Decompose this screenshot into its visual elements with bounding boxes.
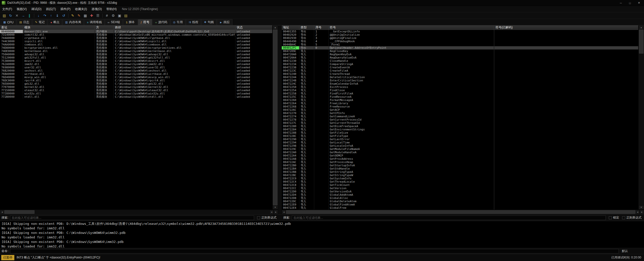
scroll-left-arrow[interactable]: ◄ xyxy=(0,210,4,214)
command-input[interactable] xyxy=(10,249,619,253)
column-header-address[interactable]: 地址 xyxy=(282,25,299,30)
comments-icon[interactable]: ☰ xyxy=(95,13,101,18)
tab-script[interactable]: § 脚本 xyxy=(123,19,137,25)
module-row[interactable]: 76BA0000 ucrtbase.dll 系统模块 C:\Windows\Sy… xyxy=(0,72,272,76)
symbol-row[interactable]: 004012FC 导出 0 OptionalHeader.AddressOfEn… xyxy=(282,46,638,49)
module-row[interactable]: 744A0000 cryptbase.dll 系统模块 C:\Windows\S… xyxy=(0,36,272,40)
module-row[interactable]: 00400000 daxxor(32).exe 用户模块 C:\Users\pp… xyxy=(0,30,272,33)
module-row[interactable]: 76B20000 sechost.dll 系统模块 C:\Windows\Sys… xyxy=(0,69,272,72)
toolbar-separator[interactable] xyxy=(68,14,68,18)
symbol-row[interactable]: 00472230 导入 CloseHandle xyxy=(282,59,638,63)
symbol-row[interactable]: 00472274 导入 GetCommandLineA xyxy=(282,115,638,118)
symbol-row[interactable]: 004722D8 导入 GlobalAlloc xyxy=(282,196,638,200)
module-row[interactable]: 75380000 msvcrt.dll 系统模块 C:\Windows\SysW… xyxy=(0,59,272,63)
symbol-row[interactable]: 00401355 导出 1 __GetExceptDLLinfo xyxy=(282,30,638,33)
symbol-row[interactable]: 004722E0 导入 GlobalFindAtomA xyxy=(282,203,638,206)
column-header-status[interactable]: 状态 xyxy=(235,25,272,30)
symbol-row[interactable]: 004722C0 导入 GetSystemInfo xyxy=(282,177,638,180)
symbols-regex-checkbox[interactable]: 正则表达式 xyxy=(622,216,641,220)
menu-debug[interactable]: 调试(D) xyxy=(29,6,44,12)
column-header-type[interactable]: 类型 xyxy=(299,25,314,30)
step-out-icon[interactable]: ↑ xyxy=(48,13,54,18)
symbol-row[interactable]: 00472238 导入 CreateEventA xyxy=(282,66,638,69)
symbol-row[interactable]: 004722BC 导入 GetStringTypeW xyxy=(282,174,638,177)
symbol-row[interactable]: 00472260 导入 FormatMessageA xyxy=(282,98,638,102)
symbol-row[interactable]: 004722CC 导入 GetVersion xyxy=(282,187,638,190)
column-header-party[interactable]: 方 xyxy=(95,25,114,30)
module-row[interactable]: 77150000 oleaut32.dll 系统模块 C:\Windows\Sy… xyxy=(0,89,272,92)
open-file-icon[interactable]: ▨ xyxy=(1,13,7,18)
run-to-user-code-icon[interactable]: ⇓ xyxy=(54,13,60,18)
module-row[interactable]: 750A0000 advapi32.dll 系统模块 C:\Windows\Sy… xyxy=(0,53,272,56)
restart-icon[interactable]: ↻ xyxy=(8,13,14,18)
scroll-up-arrow[interactable]: ▲ xyxy=(638,25,644,30)
tab-threads[interactable]: ⇉ 线程 xyxy=(186,19,201,25)
menu-view[interactable]: 视图(V) xyxy=(14,6,29,12)
symbol-row[interactable]: 00446490 导出 4 ___CPPdebugHook xyxy=(282,40,638,43)
module-row[interactable]: 74D80000 bcryptprimitives.dll 系统模块 C:\Wi… xyxy=(0,46,272,49)
maximize-button[interactable]: □ xyxy=(625,0,634,6)
module-row[interactable]: 772B0000 ntdll.dll 系统模块 C:\Windows\SysWO… xyxy=(0,95,272,98)
scroll-down-arrow[interactable]: ▼ xyxy=(272,205,278,210)
memory-map-icon[interactable]: ▦ xyxy=(82,13,88,18)
menu-options[interactable]: 选项(O) xyxy=(89,6,104,12)
scroll-right-arrow[interactable]: ► xyxy=(274,210,278,214)
module-row[interactable]: 76DC0000 rpcrt4.dll 系统模块 C:\Windows\SysW… xyxy=(0,79,272,82)
tab-log[interactable]: ▤ 日志 xyxy=(17,19,32,25)
tab-notes[interactable]: ✎ 笔记 xyxy=(32,19,47,25)
symbol-row[interactable]: 0047229C 导入 GetModuleFileNameA xyxy=(282,147,638,151)
log-book-icon[interactable]: ▤ xyxy=(123,13,129,18)
symbol-row[interactable]: 00472240 导入 CreateThread xyxy=(282,72,638,76)
run-icon[interactable]: → xyxy=(20,13,26,18)
settings-icon[interactable]: ⚙ xyxy=(110,13,116,18)
module-row[interactable]: 74DE0000 kernelbase.dll 系统模块 C:\Windows\… xyxy=(0,49,272,53)
tab-source[interactable]: ‹› 源代码 xyxy=(152,19,170,25)
close-icon[interactable]: ✕ xyxy=(14,13,20,18)
module-row[interactable]: 744C0000 sspicli.dll 系统模块 C:\Windows\Sys… xyxy=(0,40,272,43)
modules-regex-checkbox[interactable]: 正则表达式 xyxy=(257,216,276,220)
tab-seh[interactable]: ∞ SEH链 xyxy=(105,19,123,25)
symbol-row[interactable]: 0047228C 导入 GetFileType xyxy=(282,134,638,138)
step-over-icon[interactable]: ↷ xyxy=(42,13,48,18)
symbol-row[interactable]: 004722DC 导入 GlobalDeleteAtom xyxy=(282,200,638,203)
close-button[interactable]: ✕ xyxy=(634,0,643,6)
symbol-row[interactable]: 00472290 导入 GetLastError xyxy=(282,138,638,141)
tab-handles[interactable]: ❖ 句柄 xyxy=(201,19,217,25)
tab-memory-map[interactable]: ▥ 内存布局 xyxy=(62,19,84,25)
menu-favourites[interactable]: 收藏夹(I) xyxy=(73,6,89,12)
tab-cpu[interactable]: ▦ CPU xyxy=(1,19,16,25)
step-back-icon[interactable]: ↺ xyxy=(61,13,67,18)
modules-search-input[interactable] xyxy=(10,216,254,220)
scrollbar-thumb[interactable] xyxy=(286,210,635,214)
symbol-row[interactable]: 0047226C 导入 GetACP xyxy=(282,108,638,112)
module-row[interactable]: 76980000 user32.dll 系统模块 C:\Windows\SysW… xyxy=(0,66,272,69)
tab-symbols[interactable]: ƒ 符号 xyxy=(138,19,152,25)
topmost-icon[interactable]: ▣ xyxy=(116,13,123,18)
symbol-row[interactable]: 00472234 导入 CompareStringA xyxy=(282,63,638,66)
symbol-row[interactable]: 004722A8 导入 GetProcAddress xyxy=(282,157,638,161)
symbol-row[interactable]: 00472248 导入 EnterCriticalSection xyxy=(282,79,638,82)
patches-icon[interactable]: ✚ xyxy=(89,13,95,18)
symbol-row[interactable]: 004722B8 导入 GetStringTypeA xyxy=(282,170,638,174)
symbol-row[interactable]: 004722D0 导入 GetVersionExA xyxy=(282,190,638,193)
symbol-row[interactable]: 004722D4 导入 GlobalAddAtomA xyxy=(282,193,638,196)
column-header-module[interactable]: 模块 xyxy=(23,25,95,30)
symbol-row[interactable]: 004720A4 导入 RegQueryValueExA xyxy=(282,56,638,59)
toolbar-separator[interactable] xyxy=(34,14,34,18)
module-row[interactable]: 74AA0000 combase.dll 系统模块 C:\Windows\Sys… xyxy=(0,43,272,46)
symbol-row[interactable]: 00472254 导入 FindClose xyxy=(282,89,638,92)
symbol-row[interactable]: 00472280 导入 GetDiskFreeSpaceA xyxy=(282,125,638,128)
symbol-row[interactable]: 004722A4 导入 GetOEMCP xyxy=(282,154,638,157)
column-header-ordinal[interactable]: 序号 xyxy=(314,25,329,30)
module-row[interactable]: 76E80000 gdi32.dll 系统模块 C:\Windows\SysWO… xyxy=(0,82,272,85)
menu-trace[interactable]: 跟踪(T) xyxy=(44,6,58,12)
scroll-down-arrow[interactable]: ▼ xyxy=(638,205,644,210)
symbols-search-input[interactable] xyxy=(292,216,606,220)
symbol-row[interactable]: 00472258 导入 FindFirstFileA xyxy=(282,92,638,95)
symbol-row[interactable]: 00472264 导入 FreeLibrary xyxy=(282,102,638,105)
symbol-row[interactable]: 00472284 导入 GetEnvironmentStrings xyxy=(282,128,638,131)
scrollbar-thumb[interactable] xyxy=(639,30,643,54)
module-row[interactable]: 77280000 win32u.dll 系统模块 C:\Windows\SysW… xyxy=(0,92,272,95)
menu-file[interactable]: 文件(F) xyxy=(0,6,14,12)
symbol-row[interactable]: 004720A0 导入 RegOpenKeyExA xyxy=(282,53,638,56)
